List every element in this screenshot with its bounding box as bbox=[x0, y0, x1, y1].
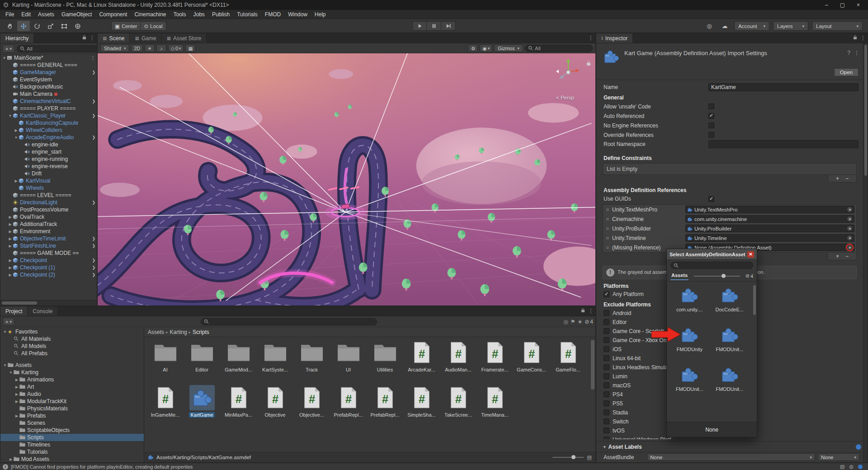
platform-checkbox[interactable] bbox=[604, 437, 609, 439]
hierarchy-item[interactable]: Drift bbox=[0, 170, 97, 177]
hierarchy-item[interactable]: Main Camera bbox=[0, 90, 97, 98]
picker-zoom-slider[interactable] bbox=[694, 276, 740, 277]
hierarchy-item[interactable]: ▶AdditionalTrack bbox=[0, 221, 97, 228]
picker-search[interactable] bbox=[670, 262, 753, 269]
drag-handle-icon[interactable]: = bbox=[605, 226, 610, 231]
caret-right-icon[interactable]: ▶ bbox=[8, 237, 13, 241]
drag-handle-icon[interactable]: = bbox=[605, 245, 610, 250]
tree-folder-scripts[interactable]: Scripts bbox=[0, 434, 144, 441]
caret-right-icon[interactable]: ▶ bbox=[14, 414, 19, 418]
slider-knob[interactable] bbox=[722, 274, 726, 278]
breadcrumb-item[interactable]: Assets bbox=[148, 329, 164, 335]
asset-tile[interactable]: Utilities bbox=[367, 338, 403, 381]
kebab-menu-icon[interactable]: ⋮ bbox=[854, 50, 859, 56]
menu-jobs[interactable]: Jobs bbox=[190, 10, 208, 19]
tab-scene[interactable]: ▦Scene bbox=[98, 33, 130, 43]
hierarchy-item[interactable]: ▶StartFinishLine❯ bbox=[0, 242, 97, 249]
platform-checkbox[interactable] bbox=[604, 346, 609, 352]
tab-hierarchy[interactable]: Hierarchy bbox=[0, 33, 34, 43]
hidden-packages-toggle[interactable]: ⊘4 bbox=[585, 319, 593, 325]
hierarchy-item[interactable]: engine_start bbox=[0, 148, 97, 155]
setting-checkbox[interactable] bbox=[708, 113, 714, 119]
caret-right-icon[interactable]: ▶ bbox=[8, 266, 13, 270]
hierarchy-item[interactable]: engine-running bbox=[0, 155, 97, 163]
kebab-menu-icon[interactable]: ⋮ bbox=[860, 35, 866, 41]
hierarchy-search-input[interactable] bbox=[27, 46, 96, 52]
breadcrumb-item[interactable]: Karting bbox=[170, 329, 187, 335]
play-button[interactable] bbox=[412, 21, 427, 31]
assembly-reference-row[interactable]: =Cinemachinecom.unity.cinemachine bbox=[603, 214, 856, 224]
caret-right-icon[interactable]: ▶ bbox=[14, 400, 19, 404]
tab-assets[interactable]: Assets bbox=[670, 272, 689, 280]
assetbundle-variant-dropdown[interactable]: None▾ bbox=[818, 453, 859, 461]
caret-right-icon[interactable]: ▶ bbox=[14, 128, 19, 132]
project-search-input[interactable] bbox=[211, 319, 374, 324]
tree-favorite-item[interactable]: All Prefabs bbox=[0, 350, 144, 357]
caret-right-icon[interactable]: ▶ bbox=[8, 230, 13, 234]
tab-inspector[interactable]: ℹInspector bbox=[596, 33, 633, 43]
tree-folder-tutorials[interactable]: Tutorials bbox=[0, 448, 144, 456]
caret-right-icon[interactable]: ▶ bbox=[8, 273, 13, 277]
prefab-open-arrow[interactable]: ❯ bbox=[92, 265, 95, 270]
any-platform-checkbox[interactable] bbox=[604, 291, 609, 297]
orientation-gizmo[interactable] bbox=[553, 56, 583, 88]
remove-reference-button[interactable]: − bbox=[845, 253, 849, 259]
prefab-open-arrow[interactable]: ❯ bbox=[92, 258, 95, 263]
asset-tile[interactable]: AI bbox=[147, 338, 184, 381]
grid-visibility-toggle[interactable]: ▦ bbox=[185, 44, 195, 52]
picker-search-input[interactable] bbox=[680, 263, 750, 268]
account-dropdown[interactable]: Account▾ bbox=[734, 21, 769, 31]
scene-lighting-toggle[interactable]: ☀ bbox=[145, 44, 155, 52]
name-field[interactable]: KartGame bbox=[708, 83, 859, 91]
menu-help[interactable]: Help bbox=[311, 10, 330, 19]
drag-handle-icon[interactable]: = bbox=[605, 235, 610, 241]
lock-icon[interactable] bbox=[581, 308, 585, 314]
hierarchy-item[interactable]: ===== GAME MODE == bbox=[0, 249, 97, 257]
hierarchy-item[interactable]: engine-reverse bbox=[0, 163, 97, 170]
hierarchy-item[interactable]: ▶Environment bbox=[0, 228, 97, 235]
lock-icon[interactable] bbox=[82, 35, 86, 41]
caret-right-icon[interactable]: ▶ bbox=[8, 244, 13, 248]
tab-asset-store[interactable]: ▦Asset Store bbox=[162, 33, 207, 43]
root-namespace-field[interactable] bbox=[708, 140, 859, 148]
platform-checkbox[interactable] bbox=[604, 319, 609, 325]
menu-gameobject[interactable]: GameObject bbox=[58, 10, 95, 19]
console-icon[interactable]: ◍ bbox=[849, 464, 854, 470]
space-toggle-button[interactable]: ⊙Local bbox=[141, 21, 166, 31]
assembly-reference-row[interactable]: =Unity.TextMeshProUnity.TextMeshPro bbox=[603, 205, 856, 214]
tree-folder-modulartrackkit[interactable]: ▶ModularTrackKit bbox=[0, 398, 144, 405]
scale-tool-button[interactable] bbox=[44, 21, 57, 31]
collab-icon[interactable]: ◎ bbox=[703, 21, 715, 31]
save-search-icon[interactable]: ★ bbox=[578, 319, 583, 325]
asset-tile[interactable]: #Objective... bbox=[293, 383, 330, 427]
picker-asset-item[interactable]: FMODUnit... bbox=[670, 363, 710, 403]
platform-checkbox[interactable] bbox=[604, 400, 609, 406]
close-button[interactable]: × bbox=[857, 2, 860, 8]
tree-folder-physicsmaterials[interactable]: PhysicsMaterials bbox=[0, 405, 144, 412]
layout-dropdown[interactable]: Layout▾ bbox=[812, 21, 863, 31]
platform-checkbox[interactable] bbox=[604, 418, 609, 424]
asset-tile[interactable]: #TakeScree... bbox=[440, 383, 476, 427]
open-button[interactable]: Open bbox=[834, 68, 859, 76]
effects-dropdown[interactable]: ◇0▾ bbox=[168, 44, 184, 52]
hierarchy-search[interactable] bbox=[17, 45, 99, 52]
pivot-toggle-button[interactable]: ▣Center bbox=[111, 21, 141, 31]
hierarchy-item[interactable]: ▶Checkpoint (2)❯ bbox=[0, 271, 97, 278]
hierarchy-item[interactable]: BackgroundMusic bbox=[0, 83, 97, 90]
asset-tile[interactable]: #AudioMan... bbox=[440, 338, 476, 381]
platform-checkbox[interactable] bbox=[604, 310, 609, 316]
menu-file[interactable]: File bbox=[2, 10, 18, 19]
hierarchy-item[interactable]: engine-idle bbox=[0, 141, 97, 148]
tree-favorites[interactable]: ▼★Favorites bbox=[0, 328, 144, 335]
caret-down-icon[interactable]: ▼ bbox=[2, 56, 7, 60]
maximize-button[interactable]: ▢ bbox=[840, 2, 845, 8]
tree-folder-timelines[interactable]: Timelines bbox=[0, 441, 144, 448]
setting-checkbox[interactable] bbox=[708, 122, 714, 128]
asset-tile[interactable]: #GameCons... bbox=[513, 338, 550, 381]
object-picker-button[interactable] bbox=[847, 235, 853, 241]
menu-edit[interactable]: Edit bbox=[18, 10, 34, 19]
platform-checkbox[interactable] bbox=[604, 382, 609, 388]
minimize-button[interactable]: – bbox=[825, 2, 828, 8]
object-field[interactable]: Unity.ProBuilder bbox=[685, 225, 854, 232]
caret-right-icon[interactable]: ▶ bbox=[8, 457, 14, 461]
